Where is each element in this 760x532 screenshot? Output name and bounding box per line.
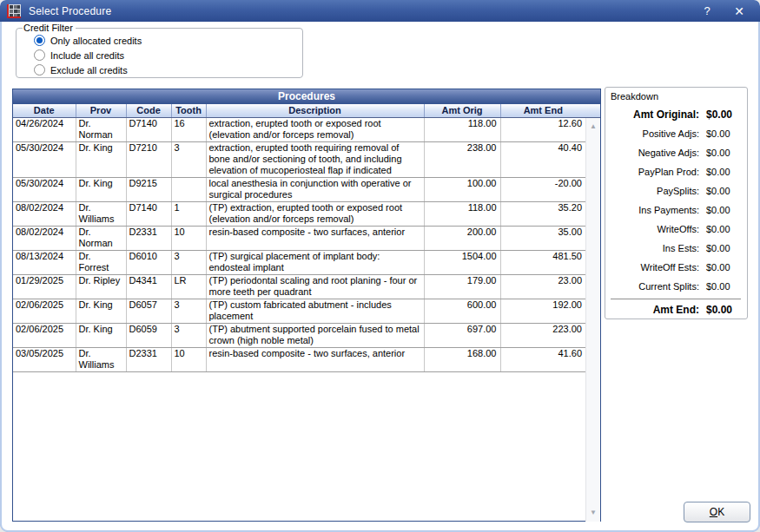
breakdown-amt-original: Amt Original: $0.00: [609, 105, 743, 124]
breakdown-item-label: PayPlan Prod:: [609, 167, 699, 177]
cell-amt-end: 12.60: [500, 117, 585, 141]
cell-code: D7140: [126, 117, 171, 141]
cell-amt-orig: 118.00: [424, 117, 500, 141]
cell-date: 08/13/2024: [13, 250, 76, 274]
scroll-up-icon[interactable]: ▲: [586, 120, 600, 134]
breakdown-item-label: WriteOff Ests:: [609, 262, 699, 273]
breakdown-item-value: $0.00: [706, 281, 730, 292]
procedure-row[interactable]: 02/06/2025Dr. KingD60573(TP) custom fabr…: [13, 299, 585, 323]
procedure-row[interactable]: 03/05/2025Dr. WilliamsD233110resin-based…: [13, 347, 585, 371]
procedure-row[interactable]: 08/02/2024Dr. NormanD233110resin-based c…: [13, 226, 585, 250]
column-header-code: Code: [126, 104, 171, 117]
cell-tooth: 3: [171, 299, 206, 323]
cell-amt-end: 35.00: [500, 226, 585, 250]
amt-original-label: Amt Original:: [609, 108, 699, 121]
help-button[interactable]: ?: [696, 0, 718, 22]
cell-prov: Dr. Williams: [76, 347, 126, 371]
cell-description: (TP) surgical placement of implant body:…: [206, 250, 424, 274]
breakdown-item-value: $0.00: [706, 186, 730, 196]
breakdown-item-label: Ins Ests:: [609, 243, 699, 253]
cell-amt-orig: 1504.00: [424, 250, 500, 274]
radio-unselected-icon: [34, 64, 45, 76]
radio-option-exclude-all-credits[interactable]: Exclude all credits: [34, 62, 302, 77]
procedures-grid-title: Procedures: [13, 89, 600, 104]
vertical-scrollbar[interactable]: ▲ ▼: [585, 118, 600, 522]
scroll-down-icon[interactable]: ▼: [586, 506, 600, 520]
breakdown-item-ins-ests: Ins Ests:$0.00: [609, 239, 743, 258]
procedure-row[interactable]: 04/26/2024Dr. NormanD714016extraction, e…: [13, 117, 585, 141]
cell-description: extraction, erupted tooth or exposed roo…: [206, 117, 424, 141]
cell-prov: Dr. Ripley: [76, 274, 126, 299]
credit-filter-group: Credit Filter Only allocated creditsIncl…: [16, 23, 303, 78]
breakdown-item-value: $0.00: [706, 224, 730, 234]
breakdown-item-value: $0.00: [706, 262, 730, 273]
cell-amt-orig: 200.00: [424, 226, 500, 250]
column-header-row: DateProvCodeToothDescriptionAmt OrigAmt …: [13, 104, 585, 117]
cell-amt-orig: 600.00: [424, 299, 500, 323]
dialog-body: Credit Filter Only allocated creditsIncl…: [0, 22, 760, 532]
procedure-row[interactable]: 01/29/2025Dr. RipleyD4341LR(TP) periodon…: [13, 274, 585, 299]
ok-button-rest: K: [717, 506, 724, 518]
grid-body: DateProvCodeToothDescriptionAmt OrigAmt …: [13, 104, 585, 522]
app-grid-icon: [7, 4, 21, 18]
radio-option-only-allocated-credits[interactable]: Only allocated credits: [34, 33, 302, 48]
cell-tooth: 10: [171, 347, 206, 371]
cell-date: 04/26/2024: [13, 117, 76, 141]
breakdown-separator: [611, 299, 741, 299]
cell-amt-end: 40.40: [500, 141, 585, 177]
cell-description: (TP) periodontal scaling and root planin…: [206, 274, 424, 299]
breakdown-item-ins-payments: Ins Payments:$0.00: [609, 200, 743, 220]
cell-amt-orig: 100.00: [424, 177, 500, 201]
cell-description: resin-based composite - two surfaces, an…: [206, 347, 424, 371]
procedure-row[interactable]: 05/30/2024Dr. KingD72103extraction, erup…: [13, 141, 585, 177]
breakdown-item-label: Negative Adjs:: [609, 148, 699, 158]
radio-option-label: Exclude all credits: [50, 65, 128, 76]
procedure-row[interactable]: 08/13/2024Dr. ForrestD60103(TP) surgical…: [13, 250, 585, 274]
close-button[interactable]: ✕: [727, 0, 751, 22]
breakdown-panel: Breakdown Amt Original: $0.00 Positive A…: [605, 87, 748, 319]
breakdown-title: Breakdown: [611, 91, 743, 102]
breakdown-item-negative-adjs: Negative Adjs:$0.00: [609, 143, 743, 162]
procedure-row[interactable]: 02/06/2025Dr. KingD60593(TP) abutment su…: [13, 323, 585, 347]
cell-tooth: [171, 177, 206, 201]
cell-amt-end: 23.00: [500, 274, 585, 299]
cell-code: D6059: [126, 323, 171, 347]
cell-date: 01/29/2025: [13, 274, 76, 299]
cell-tooth: 3: [171, 141, 206, 177]
cell-date: 02/06/2025: [13, 299, 76, 323]
titlebar: Select Procedure ? ✕: [0, 0, 760, 22]
ok-button[interactable]: OK: [684, 502, 750, 522]
breakdown-item-writeoff-ests: WriteOff Ests:$0.00: [609, 258, 743, 277]
cell-prov: Dr. Williams: [76, 201, 126, 226]
cell-amt-end: 223.00: [500, 323, 585, 347]
cell-amt-end: 35.20: [500, 201, 585, 226]
cell-prov: Dr. Norman: [76, 226, 126, 250]
amt-end-value: $0.00: [706, 304, 732, 316]
cell-date: 05/30/2024: [13, 177, 76, 201]
column-header-date: Date: [13, 104, 76, 117]
cell-code: D4341: [126, 274, 171, 299]
procedures-table: DateProvCodeToothDescriptionAmt OrigAmt …: [13, 104, 585, 372]
cell-tooth: 1: [171, 201, 206, 226]
cell-code: D9215: [126, 177, 171, 201]
radio-option-label: Include all credits: [50, 50, 124, 61]
procedures-grid: Procedures DateProvCodeToothDescriptionA…: [12, 89, 601, 522]
breakdown-item-label: PaySplits:: [609, 186, 699, 196]
amt-original-value: $0.00: [706, 108, 732, 121]
cell-amt-orig: 697.00: [424, 323, 500, 347]
cell-tooth: 3: [171, 323, 206, 347]
cell-date: 02/06/2025: [13, 323, 76, 347]
select-procedure-dialog: Select Procedure ? ✕ Credit Filter Only …: [0, 0, 760, 532]
breakdown-items: Positive Adjs:$0.00Negative Adjs:$0.00Pa…: [609, 124, 743, 296]
column-header-tooth: Tooth: [171, 104, 206, 117]
procedure-row[interactable]: 08/02/2024Dr. WilliamsD71401(TP) extract…: [13, 201, 585, 226]
radio-option-include-all-credits[interactable]: Include all credits: [34, 48, 302, 62]
cell-amt-end: 192.00: [500, 299, 585, 323]
cell-date: 03/05/2025: [13, 347, 76, 371]
cell-tooth: 16: [171, 117, 206, 141]
procedure-row[interactable]: 05/30/2024Dr. KingD9215local anesthesia …: [13, 177, 585, 201]
breakdown-item-payplan-prod: PayPlan Prod:$0.00: [609, 162, 743, 181]
breakdown-item-label: Current Splits:: [609, 281, 699, 292]
cell-amt-end: -20.00: [500, 177, 585, 201]
breakdown-item-value: $0.00: [706, 243, 730, 253]
